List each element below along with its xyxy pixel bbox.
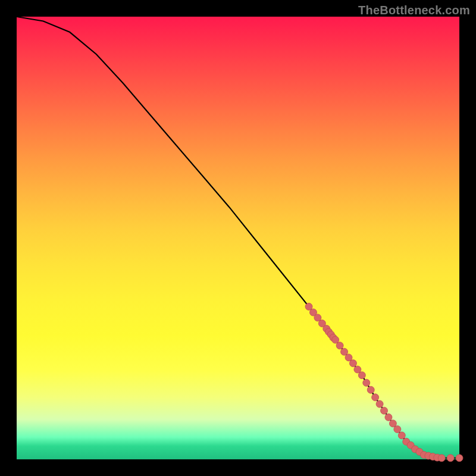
data-marker (381, 407, 388, 414)
data-marker (367, 386, 374, 393)
data-marker (349, 360, 356, 367)
bottleneck-curve (17, 17, 459, 458)
data-marker (336, 342, 343, 349)
data-marker (398, 432, 405, 439)
data-marker (385, 414, 392, 421)
data-marker (376, 400, 383, 408)
data-marker (447, 455, 454, 462)
data-marker (394, 425, 401, 433)
chart-stage: TheBottleneck.com (0, 0, 476, 476)
data-marker (438, 455, 445, 462)
data-marker (456, 455, 463, 462)
chart-overlay (17, 17, 459, 459)
credit-text: TheBottleneck.com (358, 4, 470, 17)
data-marker (363, 379, 370, 386)
gradient-plot-area (17, 17, 459, 459)
marker-group (305, 303, 463, 461)
data-marker (372, 394, 379, 401)
data-marker (358, 372, 365, 379)
